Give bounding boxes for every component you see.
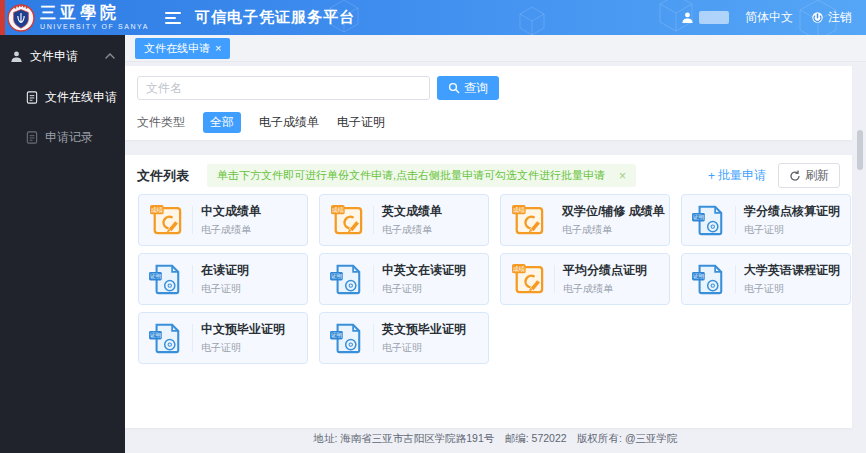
certificate-icon: [148, 263, 184, 295]
page: 三亚學院 UNIVERSITY OF SANYA 可信电子凭证服务平台 简体中文: [0, 0, 866, 453]
file-card[interactable]: 平均分绩点证明 电子成绩单: [500, 253, 670, 305]
batch-apply-button[interactable]: + 批量申请: [708, 167, 766, 184]
file-card-title: 学分绩点核算证明: [744, 203, 840, 220]
file-list-actions: + 批量申请 刷新: [708, 163, 840, 188]
tab-bar: 文件在线申请 ×: [125, 35, 866, 62]
header-red-strip: [0, 0, 5, 35]
file-card[interactable]: 在读证明 电子证明: [138, 253, 308, 305]
refresh-label: 刷新: [805, 167, 829, 184]
file-card[interactable]: 英文成绩单 电子成绩单: [319, 194, 489, 246]
filter-option-certificate[interactable]: 电子证明: [337, 114, 385, 131]
logout-label: 注销: [828, 9, 852, 26]
file-card-subtitle: 电子证明: [382, 282, 466, 296]
file-card-title: 双学位/辅修 成绩单: [562, 203, 665, 220]
collapse-menu-icon[interactable]: [165, 12, 181, 24]
file-card[interactable]: 学分绩点核算证明 电子证明: [681, 194, 851, 246]
search-input[interactable]: [137, 76, 430, 100]
footer-text: 地址: 海南省三亚市吉阳区学院路191号 邮编: 572022 版权所有: @三…: [313, 432, 677, 444]
file-card-subtitle: 电子成绩单: [562, 223, 665, 237]
filter-label: 文件类型: [137, 114, 185, 131]
platform-title: 可信电子凭证服务平台: [195, 8, 355, 27]
file-card-subtitle: 电子证明: [744, 223, 840, 237]
card-divider: [373, 206, 374, 234]
transcript-icon: [510, 263, 546, 295]
plus-icon: +: [708, 169, 715, 183]
transcript-icon: [148, 204, 184, 236]
university-logo-icon: [7, 4, 35, 32]
footer: 地址: 海南省三亚市吉阳区学院路191号 邮编: 572022 版权所有: @三…: [125, 432, 866, 446]
card-divider: [192, 206, 193, 234]
tab-file-online-application[interactable]: 文件在线申请 ×: [135, 38, 230, 59]
card-divider: [735, 265, 736, 293]
file-card-subtitle: 电子成绩单: [563, 282, 647, 296]
university-logo: [7, 4, 35, 32]
sidebar-item-file-application[interactable]: 文件申请: [0, 35, 125, 77]
filter-option-transcript[interactable]: 电子成绩单: [259, 114, 319, 131]
file-card[interactable]: 英文预毕业证明 电子证明: [319, 312, 489, 364]
sidebar-item-application-records[interactable]: 申请记录: [0, 117, 125, 157]
school-name: 三亚學院: [40, 5, 149, 21]
file-card[interactable]: 中文预毕业证明 电子证明: [138, 312, 308, 364]
filter-option-all[interactable]: 全部: [203, 112, 241, 133]
power-icon: [811, 11, 824, 24]
sidebar-parent-label: 文件申请: [30, 48, 78, 65]
certificate-icon: [691, 204, 727, 236]
certificate-icon: [329, 263, 365, 295]
document-icon: [26, 131, 38, 144]
card-divider: [735, 206, 736, 234]
user-icon: [681, 11, 694, 24]
file-card-subtitle: 电子成绩单: [201, 223, 261, 237]
notice-text: 单击下方文件即可进行单份文件申请,点击右侧批量申请可勾选文件进行批量申请: [217, 168, 605, 183]
user-chip[interactable]: [681, 11, 729, 24]
file-card-subtitle: 电子成绩单: [382, 223, 442, 237]
search-icon: [448, 82, 460, 94]
transcript-icon: [329, 204, 365, 236]
file-card[interactable]: 双学位/辅修 成绩单 电子成绩单: [500, 194, 670, 246]
tab-label: 文件在线申请: [144, 41, 210, 56]
notice-banner: 单击下方文件即可进行单份文件申请,点击右侧批量申请可勾选文件进行批量申请 ×: [207, 164, 636, 187]
file-card[interactable]: 大学英语课程证明 电子证明: [681, 253, 851, 305]
card-divider: [192, 324, 193, 352]
document-icon: [26, 91, 38, 104]
card-divider: [192, 265, 193, 293]
user-icon: [10, 50, 23, 63]
sidebar-item-label: 文件在线申请: [45, 89, 117, 106]
search-button[interactable]: 查询: [437, 76, 499, 100]
sidebar-item-label: 申请记录: [45, 129, 93, 146]
username-redacted: [699, 11, 729, 24]
file-card-title: 中文成绩单: [201, 203, 261, 220]
close-icon[interactable]: ×: [619, 169, 626, 183]
language-switcher[interactable]: 简体中文: [745, 9, 793, 26]
chevron-up-icon: [105, 53, 115, 59]
file-card-subtitle: 电子证明: [201, 282, 249, 296]
card-divider: [554, 265, 555, 293]
file-card-grid: 中文成绩单 电子成绩单 英文成绩单 电子成绩单 双学: [125, 192, 852, 364]
header-right-cluster: 简体中文 注销: [681, 9, 852, 26]
certificate-icon: [691, 263, 727, 295]
close-icon[interactable]: ×: [215, 43, 221, 54]
file-list-panel: 文件列表 单击下方文件即可进行单份文件申请,点击右侧批量申请可勾选文件进行批量申…: [125, 155, 852, 428]
refresh-button[interactable]: 刷新: [778, 163, 840, 188]
app-header: 三亚學院 UNIVERSITY OF SANYA 可信电子凭证服务平台 简体中文: [0, 0, 866, 35]
refresh-icon: [789, 170, 801, 182]
logout-button[interactable]: 注销: [811, 9, 852, 26]
file-card-title: 中文预毕业证明: [201, 321, 285, 338]
school-identity: 三亚學院 UNIVERSITY OF SANYA: [40, 5, 149, 30]
sidebar-item-file-online-application[interactable]: 文件在线申请: [0, 77, 125, 117]
file-card[interactable]: 中文成绩单 电子成绩单: [138, 194, 308, 246]
certificate-icon: [148, 322, 184, 354]
scrollbar[interactable]: [857, 130, 863, 170]
certificate-icon: [329, 322, 365, 354]
file-card[interactable]: 中英文在读证明 电子证明: [319, 253, 489, 305]
card-divider: [373, 324, 374, 352]
file-card-subtitle: 电子证明: [744, 282, 840, 296]
file-card-title: 英文预毕业证明: [382, 321, 466, 338]
file-card-subtitle: 电子证明: [382, 341, 466, 355]
file-card-title: 英文成绩单: [382, 203, 442, 220]
file-list-header: 文件列表 单击下方文件即可进行单份文件申请,点击右侧批量申请可勾选文件进行批量申…: [125, 155, 852, 192]
search-button-label: 查询: [464, 80, 488, 97]
file-card-title: 平均分绩点证明: [563, 262, 647, 279]
transcript-icon: [510, 204, 546, 236]
file-list-title: 文件列表: [137, 167, 189, 185]
file-card-title: 在读证明: [201, 262, 249, 279]
